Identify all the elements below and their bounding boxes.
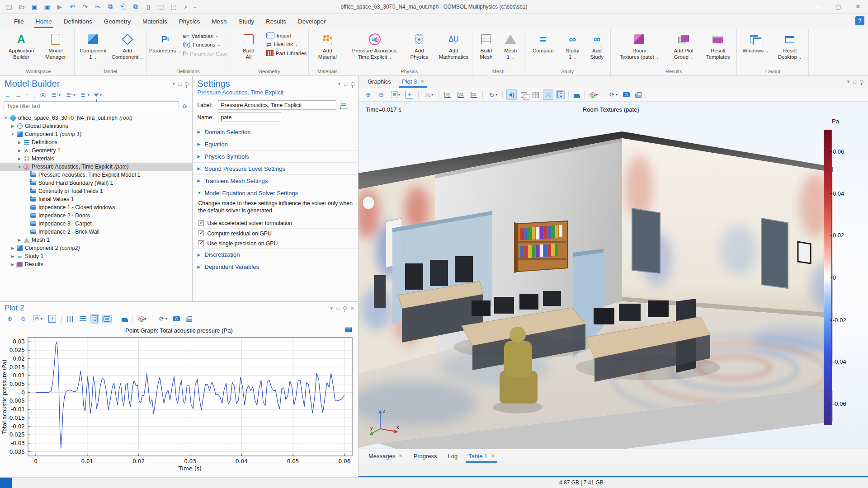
- colorbar-button[interactable]: [556, 90, 565, 99]
- filter-refresh-icon[interactable]: [181, 103, 189, 110]
- plot2-canvas[interactable]: Point Graph: Total acoustic pressure (Pa…: [0, 325, 358, 477]
- checkbox-row[interactable]: Use accelerated solver formulation: [193, 218, 358, 228]
- eye-button[interactable]: [40, 93, 46, 97]
- panel-pin-icon[interactable]: [343, 306, 347, 310]
- zoom-in-button[interactable]: [5, 314, 15, 324]
- annotation-button[interactable]: [102, 315, 112, 323]
- tree-item[interactable]: Initial Values 1: [0, 195, 192, 203]
- tree-item[interactable]: Impedance 2 - Brick Wall: [0, 228, 192, 236]
- menu-file[interactable]: File: [8, 14, 30, 29]
- axis-toggle-button[interactable]: [543, 89, 553, 100]
- expander-icon[interactable]: ▶: [16, 149, 23, 153]
- menu-results[interactable]: Results: [260, 14, 292, 29]
- print-button[interactable]: [184, 315, 193, 323]
- select-icon[interactable]: ⬚: [156, 2, 166, 12]
- zoom-in-button[interactable]: [363, 89, 373, 100]
- tree-item[interactable]: ▼Pressure Acoustics, Time Explicit(pate): [0, 163, 192, 171]
- panel-float-icon[interactable]: □: [336, 305, 340, 311]
- ribbon-add-math-button[interactable]: ΔUAddMathematics: [437, 30, 470, 61]
- close-tab-icon[interactable]: ✕: [491, 453, 495, 459]
- ribbon-windows-button[interactable]: Windows ⌄: [739, 30, 772, 54]
- section-header-sound-pressure-level-settings[interactable]: ▶Sound Pressure Level Settings: [193, 163, 358, 174]
- camera-button[interactable]: [622, 91, 631, 99]
- grid3-button[interactable]: [531, 90, 540, 99]
- name-field-input[interactable]: [218, 113, 281, 122]
- cut-icon[interactable]: ✂: [92, 2, 103, 12]
- ribbon-result-templates-button[interactable]: ResultTemplates: [701, 30, 735, 61]
- rotate-button[interactable]: ▾: [486, 89, 499, 100]
- tab-log[interactable]: Log: [443, 450, 463, 463]
- close-tab-icon[interactable]: ✕: [398, 453, 402, 459]
- section-header-model-equation-and-solver-settings[interactable]: ▼Model Equation and Solver Settings: [193, 187, 358, 199]
- ribbon-reset-desktop-button[interactable]: ResetDesktop ⌄: [773, 30, 807, 61]
- tree-item[interactable]: ▶Results: [0, 260, 192, 268]
- zoom-box-button[interactable]: ▾: [389, 89, 401, 100]
- menu-study[interactable]: Study: [232, 14, 260, 29]
- rename-icon[interactable]: [340, 102, 348, 109]
- expander-icon[interactable]: ▶: [9, 254, 16, 258]
- search-icon[interactable]: ⌕: [181, 2, 192, 12]
- ribbon-compute-button[interactable]: =Compute: [526, 30, 560, 54]
- view-xy-button[interactable]: [442, 89, 453, 100]
- ribbon-add-study-button[interactable]: ∞AddStudy: [585, 30, 609, 61]
- ribbon-acoustics-button[interactable]: Pressure Acoustics,Time Explicit ⌄: [348, 30, 401, 61]
- checkbox-icon[interactable]: [198, 240, 204, 246]
- colorbar-button[interactable]: [90, 314, 99, 324]
- listdn-button[interactable]: ▾: [65, 91, 75, 99]
- tree-item[interactable]: Sound Hard Boundary (Wall) 1: [0, 179, 192, 187]
- panel-collapse-icon[interactable]: ▾: [330, 305, 333, 311]
- tab-messages[interactable]: Messages✕: [363, 450, 408, 463]
- ribbon-add-material-button[interactable]: AddMaterial: [311, 30, 344, 61]
- listup-button[interactable]: ▾: [50, 91, 61, 99]
- ribbon-study-button[interactable]: ∞Study1 ⌄: [561, 30, 584, 61]
- tree-item[interactable]: ▶Definitions: [0, 138, 192, 146]
- tree-item[interactable]: ▶Component 2(comp2): [0, 244, 192, 252]
- table1-content[interactable]: [359, 463, 868, 477]
- tree-item[interactable]: Impedance 3 - Carpet: [0, 220, 192, 228]
- ribbon-add-physics-button[interactable]: AddPhysics: [402, 30, 436, 61]
- speaker-button[interactable]: [506, 89, 517, 100]
- expander-icon[interactable]: ▶: [9, 124, 16, 128]
- ribbon-add-component-button[interactable]: AddComponent ⌄: [111, 30, 144, 61]
- lock-button[interactable]: [572, 90, 580, 99]
- tree-item[interactable]: Continuity of Total Fields 1: [0, 187, 192, 195]
- paste-icon[interactable]: ⎗: [118, 2, 128, 12]
- menu-geometry[interactable]: Geometry: [98, 14, 137, 29]
- expander-icon[interactable]: ▼: [16, 165, 23, 169]
- minimize-button[interactable]: —: [808, 0, 828, 13]
- tree-item[interactable]: Pressure Acoustics, Time Explicit Model …: [0, 171, 192, 179]
- funnel-button[interactable]: ▾: [94, 93, 102, 97]
- section-header-physics-symbols[interactable]: ▶Physics Symbols: [193, 150, 358, 162]
- panel-collapse-icon[interactable]: ▾: [172, 81, 175, 87]
- menu-home[interactable]: Home: [30, 14, 58, 29]
- panel-collapse-icon[interactable]: ▾: [847, 79, 850, 84]
- qat-customize-icon[interactable]: ⌄: [193, 5, 197, 9]
- close-button[interactable]: ✕: [848, 0, 868, 13]
- camera-button[interactable]: [172, 315, 181, 323]
- grid-x-button[interactable]: [66, 314, 75, 324]
- palette-button[interactable]: ▾: [137, 315, 148, 323]
- panel-float-icon[interactable]: □: [179, 81, 182, 87]
- refresh-button[interactable]: ▾: [607, 89, 619, 100]
- list-button[interactable]: ▾: [79, 91, 90, 99]
- tree-item[interactable]: Impedance 2 - Doors: [0, 211, 192, 220]
- panel-collapse-icon[interactable]: ▾: [338, 81, 341, 87]
- ribbon-pi-gray-button[interactable]: PParameter Case: [183, 50, 228, 57]
- expander-icon[interactable]: ▶: [9, 263, 16, 267]
- tree-item[interactable]: ▶AGeometry 1: [0, 146, 192, 155]
- save-icon[interactable]: ▣: [29, 2, 40, 12]
- arrow-up-button[interactable]: ↑: [25, 92, 28, 99]
- graphics-canvas[interactable]: Time=0.017 s Room Textures (pate): [359, 102, 868, 449]
- grid-y-button[interactable]: [78, 314, 87, 324]
- checkbox-row[interactable]: Compute residual on GPU: [193, 228, 358, 239]
- tree-item[interactable]: Impedance 1 - Closed windows: [0, 203, 192, 211]
- menu-mesh[interactable]: Mesh: [206, 14, 232, 29]
- transparency-button[interactable]: [519, 91, 528, 99]
- delete-icon[interactable]: ▯: [143, 2, 154, 12]
- section-header-equation[interactable]: ▶Equation: [193, 138, 358, 150]
- status-indicator[interactable]: [0, 478, 12, 488]
- ribbon-fx-button[interactable]: f(x)Functions⌄: [183, 42, 228, 48]
- menu-physics[interactable]: Physics: [173, 14, 206, 29]
- redo-icon[interactable]: ↷: [80, 2, 90, 12]
- menu-definitions[interactable]: Definitions: [58, 14, 98, 29]
